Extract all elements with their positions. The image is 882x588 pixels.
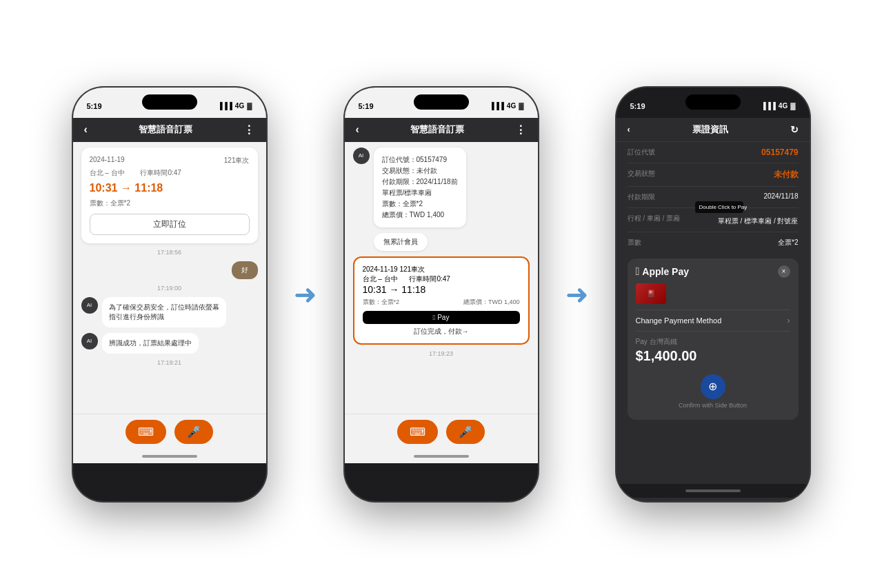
- bubble-left-1: 為了確保交易安全，訂位時請依螢幕指引進行身份辨識: [102, 297, 226, 327]
- dynamic-island-2: [414, 94, 469, 110]
- timestamp-1b: 17:19:00: [81, 285, 258, 292]
- confirm-label: Confirm with Side Button: [679, 402, 747, 409]
- bubble-left-2: 辨識成功，訂票結果處理中: [102, 333, 199, 354]
- timestamp-2: 17:19:23: [353, 350, 530, 357]
- more-button-2[interactable]: ⋮: [515, 123, 526, 136]
- home-indicator-1: [73, 449, 266, 463]
- avatar-1: AI: [81, 297, 98, 314]
- status-icons-2: ▐▐▐ 4G ▓: [490, 102, 524, 110]
- back-button-1[interactable]: ‹: [84, 123, 88, 136]
- ticket-row-transaction: 交易狀態 未付款: [628, 163, 799, 187]
- phone-3: 5:19 ▐▐▐ 4G ▓ ‹ 票證資訊 ↻ 訂位代號 05157479 交易狀…: [617, 88, 810, 501]
- card-route-1: 台北 – 台中 行車時間0:47: [90, 168, 250, 178]
- info-card-1: 訂位代號：05157479 交易狀態：未付款 付款期限：2024/11/18前 …: [374, 148, 466, 227]
- change-payment-row[interactable]: Change Payment Method ›: [636, 310, 790, 332]
- card-design: 🎴: [647, 290, 655, 297]
- ticket-count-1: 票數：全票*2: [90, 199, 250, 208]
- label-type: 行程 / 車廂 / 票廂: [628, 214, 681, 223]
- back-button-2[interactable]: ‹: [356, 123, 359, 136]
- info-transaction: 交易狀態：未付款: [382, 165, 458, 176]
- bubble-row-left-2: AI 辨識成功，訂票結果處理中: [81, 333, 258, 354]
- network-label-1: 4G: [235, 102, 244, 110]
- label-order: 訂位代號: [628, 148, 655, 157]
- pay-amount: $1,400.00: [636, 348, 790, 364]
- price-row-2: 票數：全票*2 總票價：TWD 1,400: [363, 298, 520, 307]
- book-button-1[interactable]: 立即訂位: [90, 214, 250, 235]
- dynamic-island-1: [142, 94, 197, 110]
- arrow-1: ➜: [294, 278, 317, 310]
- phone-2: 5:19 ▐▐▐ 4G ▓ ‹ 智慧語音訂票 ⋮ AI 訂位代號：0515747…: [345, 88, 538, 501]
- card-thumbnail: 🎴: [636, 283, 666, 304]
- info-total: 總票價：TWD 1,400: [382, 210, 458, 221]
- apple-pay-text: Apple Pay: [642, 266, 689, 277]
- battery-icon-2: ▓: [519, 102, 523, 110]
- status-time-3: 5:19: [630, 102, 645, 110]
- home-indicator-3: [617, 484, 810, 498]
- bubble-row-right-1: 好: [81, 261, 258, 279]
- chevron-right-icon: ›: [788, 316, 790, 325]
- card-header-1: 2024-11-19 121車次: [90, 156, 250, 165]
- info-deadline: 付款期限：2024/11/18前: [382, 176, 458, 187]
- phone3-body: 訂位代號 05157479 交易狀態 未付款 付款期限 2024/11/18 行…: [617, 142, 810, 498]
- app-header-2: ‹ 智慧語音訂票 ⋮: [345, 118, 538, 142]
- mic-button-2[interactable]: 🎤: [446, 420, 485, 444]
- ticket-row-count: 票數 全票*2: [628, 232, 799, 253]
- label-count: 票數: [628, 238, 641, 247]
- mic-button-1[interactable]: 🎤: [174, 420, 213, 444]
- battery-icon-3: ▓: [790, 102, 795, 110]
- ticket-row-order: 訂位代號 05157479: [628, 142, 799, 163]
- info-type: 單程票/標準車廂: [382, 187, 458, 199]
- booking-card-1: 2024-11-19 121車次 台北 – 台中 行車時間0:47 10:31 …: [81, 148, 258, 243]
- bottom-bar-2: ⌨ 🎤: [345, 414, 538, 449]
- value-transaction: 未付款: [774, 169, 799, 181]
- pay-taiwan-label: Pay 台灣高鐵: [636, 337, 790, 347]
- confirm-section: ⊕ Confirm with Side Button: [636, 369, 790, 413]
- card-train-1: 121車次: [224, 156, 250, 165]
- label-deadline: 付款期限: [628, 192, 655, 202]
- ticket-screen: 訂位代號 05157479 交易狀態 未付款 付款期限 2024/11/18 行…: [617, 142, 810, 484]
- ticket-row-type: 行程 / 車廂 / 票廂 Double Click to Pay 單程票 / 標…: [628, 208, 799, 232]
- back-button-3[interactable]: ‹: [628, 124, 630, 134]
- signal-icon-3: ▐▐▐: [761, 102, 776, 110]
- pay-sheet-header:  Apple Pay ×: [636, 265, 790, 278]
- keyboard-button-1[interactable]: ⌨: [126, 420, 166, 444]
- timestamp-1c: 17:19:21: [81, 359, 258, 366]
- status-icons-1: ▐▐▐ 4G ▓: [218, 102, 252, 110]
- info-card-row: AI 訂位代號：05157479 交易狀態：未付款 付款期限：2024/11/1…: [353, 148, 530, 227]
- value-count: 全票*2: [778, 238, 798, 247]
- apple-pay-sheet:  Apple Pay × 🎴 Change Payment Method › …: [628, 258, 799, 420]
- phone-1: 5:19 ▐▐▐ 4G ▓ ‹ 智慧語音訂票 ⋮ 2024-11-19 121車…: [73, 88, 266, 501]
- keyboard-button-2[interactable]: ⌨: [397, 420, 438, 444]
- apple-pay-logo:  Apple Pay: [636, 265, 690, 278]
- bottom-bar-1: ⌨ 🎤: [73, 414, 266, 449]
- double-click-tooltip: Double Click to Pay: [695, 201, 743, 213]
- header-title-1: 智慧語音訂票: [139, 123, 192, 136]
- avatar-3: AI: [353, 148, 370, 164]
- card-date-1: 2024-11-19: [90, 156, 125, 165]
- refresh-button-3[interactable]: ↻: [790, 124, 799, 135]
- signal-icon-1: ▐▐▐: [218, 102, 232, 110]
- complete-button-2[interactable]: 訂位完成，付款→: [363, 327, 520, 336]
- label-transaction: 交易狀態: [628, 169, 655, 179]
- signal-icon-2: ▐▐▐: [490, 102, 504, 110]
- home-indicator-2: [345, 449, 538, 463]
- card-date-2: 2024-11-19: [363, 265, 398, 273]
- chat-area-2: AI 訂位代號：05157479 交易狀態：未付款 付款期限：2024/11/1…: [345, 142, 538, 414]
- battery-icon-1: ▓: [247, 102, 252, 110]
- info-order: 訂位代號：05157479: [382, 154, 458, 165]
- phone-body-1: 2024-11-19 121車次 台北 – 台中 行車時間0:47 10:31 …: [73, 142, 266, 463]
- value-order: 05157479: [761, 148, 798, 157]
- header-title-3: 票證資訊: [692, 123, 728, 136]
- chat-area-1: 2024-11-19 121車次 台北 – 台中 行車時間0:47 10:31 …: [73, 142, 266, 414]
- status-time-1: 5:19: [87, 102, 102, 110]
- info-count: 票數：全票*2: [382, 199, 458, 210]
- app-header-1: ‹ 智慧語音訂票 ⋮: [73, 118, 266, 142]
- card-train-2: 121車次: [399, 265, 425, 273]
- close-button-3[interactable]: ×: [778, 265, 790, 278]
- more-button-1[interactable]: ⋮: [243, 123, 254, 136]
- dynamic-island-3: [685, 94, 741, 110]
- network-label-2: 4G: [507, 102, 516, 110]
- apple-pay-button-2[interactable]:  Pay: [363, 311, 520, 324]
- bubble-row-left-1: AI 為了確保交易安全，訂位時請依螢幕指引進行身份辨識: [81, 297, 258, 327]
- finger-icon: ⊕: [708, 380, 717, 393]
